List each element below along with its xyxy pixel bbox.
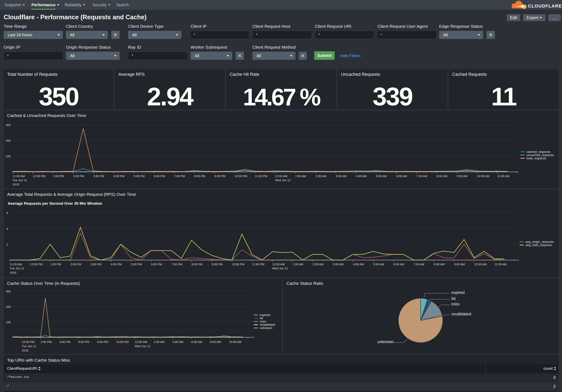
- svg-text:2:00 PM: 2:00 PM: [73, 174, 84, 178]
- svg-text:5:00 AM: 5:00 AM: [373, 263, 384, 266]
- svg-text:11:00 PM: 11:00 PM: [255, 174, 267, 178]
- svg-text:200: 200: [6, 305, 11, 309]
- svg-text:11:00 AM: 11:00 AM: [494, 263, 506, 266]
- svg-text:12:00 PM: 12:00 PM: [33, 174, 45, 178]
- svg-text:4:00 AM: 4:00 AM: [353, 263, 364, 266]
- svg-text:1:00 PM: 1:00 PM: [50, 263, 61, 266]
- svg-text:8:00 AM: 8:00 AM: [436, 174, 447, 178]
- svg-text:5:00 AM: 5:00 AM: [376, 174, 387, 178]
- svg-text:11:00 PM: 11:00 PM: [252, 263, 264, 266]
- svg-text:6:00 AM: 6:00 AM: [393, 263, 404, 266]
- svg-text:6:00 AM: 6:00 AM: [191, 340, 202, 344]
- svg-text:9:00 AM: 9:00 AM: [454, 263, 465, 266]
- svg-text:12:00 AM: 12:00 AM: [275, 174, 288, 178]
- svg-text:6:00 AM: 6:00 AM: [396, 174, 407, 178]
- svg-text:8:00 AM: 8:00 AM: [434, 263, 445, 266]
- svg-text:4: 4: [7, 227, 8, 231]
- svg-text:3:00 AM: 3:00 AM: [333, 263, 344, 266]
- svg-text:10:00 PM: 10:00 PM: [232, 263, 245, 266]
- svg-text:6:00 PM: 6:00 PM: [151, 263, 162, 266]
- svg-text:5:00 PM: 5:00 PM: [131, 263, 142, 266]
- svg-text:9:00 AM: 9:00 AM: [457, 174, 468, 178]
- svg-text:10:00 PM: 10:00 PM: [116, 340, 129, 344]
- svg-text:12:00 PM: 12:00 PM: [22, 340, 35, 344]
- svg-text:11:00 AM: 11:00 AM: [497, 174, 509, 178]
- svg-text:12:00 PM: 12:00 PM: [30, 263, 43, 266]
- svg-text:100: 100: [6, 155, 11, 158]
- svg-text:11:00 AM: 11:00 AM: [10, 263, 22, 266]
- svg-text:9:00 PM: 9:00 PM: [214, 174, 225, 178]
- svg-text:6: 6: [7, 211, 8, 215]
- svg-text:4:00 PM: 4:00 PM: [114, 174, 125, 178]
- svg-text:2019: 2019: [10, 271, 16, 274]
- svg-text:3:00 AM: 3:00 AM: [336, 174, 346, 178]
- svg-text:10:00 AM: 10:00 AM: [477, 174, 489, 178]
- svg-text:3:00 PM: 3:00 PM: [93, 174, 104, 178]
- svg-text:300: 300: [6, 123, 11, 127]
- svg-text:Tue Jun 11: Tue Jun 11: [10, 267, 24, 270]
- svg-text:10:00 PM: 10:00 PM: [234, 174, 247, 178]
- svg-text:4:00 AM: 4:00 AM: [356, 174, 367, 178]
- svg-text:2:00 AM: 2:00 AM: [316, 174, 326, 178]
- svg-text:Tue Jun 11: Tue Jun 11: [22, 345, 36, 348]
- svg-text:1:00 AM: 1:00 AM: [292, 263, 303, 266]
- svg-text:6:00 PM: 6:00 PM: [78, 340, 89, 344]
- svg-text:4:00 AM: 4:00 AM: [173, 340, 183, 344]
- svg-text:8:00 PM: 8:00 PM: [97, 340, 108, 344]
- svg-text:300: 300: [6, 290, 11, 293]
- svg-text:4:00 PM: 4:00 PM: [111, 263, 122, 266]
- svg-text:9:00 PM: 9:00 PM: [212, 263, 222, 266]
- svg-text:4:00 PM: 4:00 PM: [59, 340, 70, 344]
- svg-text:7:00 AM: 7:00 AM: [414, 263, 424, 266]
- svg-text:Tue Jun 11: Tue Jun 11: [12, 179, 27, 182]
- svg-text:7:00 AM: 7:00 AM: [416, 174, 427, 178]
- svg-text:2019: 2019: [22, 349, 28, 352]
- svg-text:2:00 PM: 2:00 PM: [41, 340, 51, 344]
- svg-text:7:00 PM: 7:00 PM: [171, 263, 182, 266]
- svg-text:12:00 AM: 12:00 AM: [135, 340, 147, 344]
- svg-text:10:00 AM: 10:00 AM: [474, 263, 487, 266]
- svg-text:11:00 AM: 11:00 AM: [12, 174, 25, 178]
- svg-text:6:00 PM: 6:00 PM: [154, 174, 165, 178]
- svg-text:5:00 PM: 5:00 PM: [134, 174, 145, 178]
- svg-text:1:00 AM: 1:00 AM: [295, 174, 306, 178]
- svg-text:2:00 AM: 2:00 AM: [154, 340, 164, 344]
- svg-text:2: 2: [7, 243, 8, 246]
- svg-text:8:00 PM: 8:00 PM: [191, 263, 202, 266]
- svg-text:8:00 PM: 8:00 PM: [194, 174, 205, 178]
- svg-text:2:00 AM: 2:00 AM: [313, 263, 323, 266]
- svg-text:12:00 AM: 12:00 AM: [272, 263, 285, 266]
- svg-text:100: 100: [6, 321, 11, 324]
- svg-text:Wed Jun 12: Wed Jun 12: [135, 345, 151, 348]
- svg-text:3:00 PM: 3:00 PM: [90, 263, 101, 266]
- svg-text:10:00 AM: 10:00 AM: [229, 340, 241, 344]
- svg-text:2:00 PM: 2:00 PM: [70, 263, 81, 266]
- svg-text:200: 200: [6, 139, 11, 142]
- svg-text:1:00 PM: 1:00 PM: [53, 174, 64, 178]
- svg-text:7:00 PM: 7:00 PM: [174, 174, 185, 178]
- svg-text:8:00 AM: 8:00 AM: [210, 340, 221, 344]
- svg-text:Wed Jun 12: Wed Jun 12: [272, 267, 288, 270]
- svg-text:Wed Jun 12: Wed Jun 12: [275, 179, 291, 182]
- svg-text:2019: 2019: [12, 183, 19, 186]
